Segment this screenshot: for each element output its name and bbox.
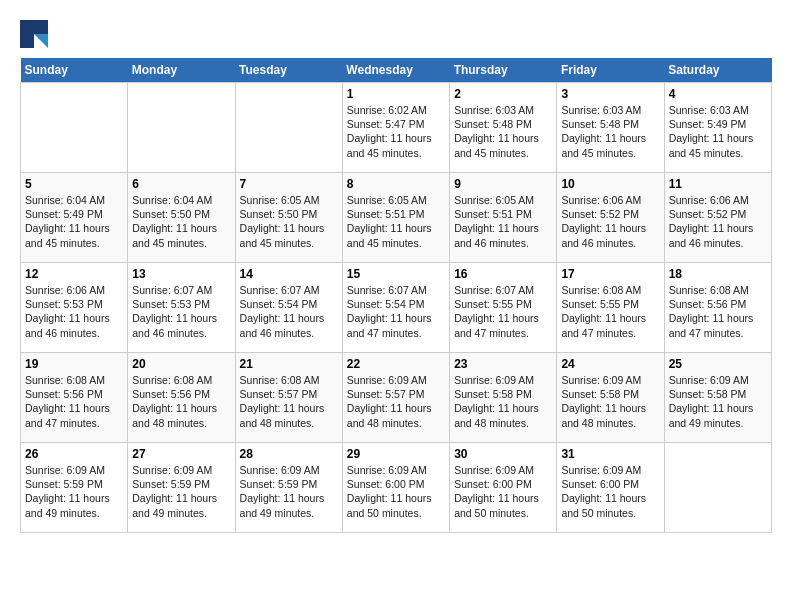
logo-icon	[20, 20, 48, 48]
svg-marker-3	[34, 34, 48, 48]
calendar-cell: 3Sunrise: 6:03 AM Sunset: 5:48 PM Daylig…	[557, 83, 664, 173]
day-number: 4	[669, 87, 767, 101]
day-info: Sunrise: 6:05 AM Sunset: 5:51 PM Dayligh…	[454, 193, 552, 250]
day-info: Sunrise: 6:09 AM Sunset: 5:58 PM Dayligh…	[454, 373, 552, 430]
day-header-sunday: Sunday	[21, 58, 128, 83]
calendar-cell: 31Sunrise: 6:09 AM Sunset: 6:00 PM Dayli…	[557, 443, 664, 533]
day-number: 5	[25, 177, 123, 191]
calendar-cell: 26Sunrise: 6:09 AM Sunset: 5:59 PM Dayli…	[21, 443, 128, 533]
day-info: Sunrise: 6:03 AM Sunset: 5:48 PM Dayligh…	[454, 103, 552, 160]
day-number: 8	[347, 177, 445, 191]
calendar-cell: 27Sunrise: 6:09 AM Sunset: 5:59 PM Dayli…	[128, 443, 235, 533]
day-info: Sunrise: 6:09 AM Sunset: 5:58 PM Dayligh…	[669, 373, 767, 430]
svg-rect-1	[34, 20, 48, 34]
calendar-week-row: 1Sunrise: 6:02 AM Sunset: 5:47 PM Daylig…	[21, 83, 772, 173]
svg-rect-0	[20, 20, 34, 34]
day-number: 29	[347, 447, 445, 461]
day-header-tuesday: Tuesday	[235, 58, 342, 83]
day-info: Sunrise: 6:04 AM Sunset: 5:49 PM Dayligh…	[25, 193, 123, 250]
calendar-header-row: SundayMondayTuesdayWednesdayThursdayFrid…	[21, 58, 772, 83]
day-header-monday: Monday	[128, 58, 235, 83]
day-number: 25	[669, 357, 767, 371]
day-number: 17	[561, 267, 659, 281]
calendar-week-row: 26Sunrise: 6:09 AM Sunset: 5:59 PM Dayli…	[21, 443, 772, 533]
day-info: Sunrise: 6:06 AM Sunset: 5:53 PM Dayligh…	[25, 283, 123, 340]
day-info: Sunrise: 6:08 AM Sunset: 5:56 PM Dayligh…	[669, 283, 767, 340]
day-info: Sunrise: 6:08 AM Sunset: 5:57 PM Dayligh…	[240, 373, 338, 430]
day-number: 23	[454, 357, 552, 371]
day-number: 10	[561, 177, 659, 191]
calendar-week-row: 5Sunrise: 6:04 AM Sunset: 5:49 PM Daylig…	[21, 173, 772, 263]
svg-rect-2	[20, 34, 34, 48]
calendar-cell: 28Sunrise: 6:09 AM Sunset: 5:59 PM Dayli…	[235, 443, 342, 533]
day-number: 1	[347, 87, 445, 101]
calendar-cell	[664, 443, 771, 533]
calendar-cell: 8Sunrise: 6:05 AM Sunset: 5:51 PM Daylig…	[342, 173, 449, 263]
day-number: 13	[132, 267, 230, 281]
day-info: Sunrise: 6:07 AM Sunset: 5:53 PM Dayligh…	[132, 283, 230, 340]
calendar-cell: 21Sunrise: 6:08 AM Sunset: 5:57 PM Dayli…	[235, 353, 342, 443]
calendar-cell: 14Sunrise: 6:07 AM Sunset: 5:54 PM Dayli…	[235, 263, 342, 353]
calendar-cell: 22Sunrise: 6:09 AM Sunset: 5:57 PM Dayli…	[342, 353, 449, 443]
day-header-thursday: Thursday	[450, 58, 557, 83]
calendar-cell: 17Sunrise: 6:08 AM Sunset: 5:55 PM Dayli…	[557, 263, 664, 353]
day-info: Sunrise: 6:07 AM Sunset: 5:55 PM Dayligh…	[454, 283, 552, 340]
day-info: Sunrise: 6:02 AM Sunset: 5:47 PM Dayligh…	[347, 103, 445, 160]
calendar-cell: 29Sunrise: 6:09 AM Sunset: 6:00 PM Dayli…	[342, 443, 449, 533]
calendar-cell: 7Sunrise: 6:05 AM Sunset: 5:50 PM Daylig…	[235, 173, 342, 263]
day-info: Sunrise: 6:03 AM Sunset: 5:48 PM Dayligh…	[561, 103, 659, 160]
calendar-table: SundayMondayTuesdayWednesdayThursdayFrid…	[20, 58, 772, 533]
day-info: Sunrise: 6:06 AM Sunset: 5:52 PM Dayligh…	[669, 193, 767, 250]
calendar-cell: 30Sunrise: 6:09 AM Sunset: 6:00 PM Dayli…	[450, 443, 557, 533]
calendar-cell: 19Sunrise: 6:08 AM Sunset: 5:56 PM Dayli…	[21, 353, 128, 443]
calendar-cell: 15Sunrise: 6:07 AM Sunset: 5:54 PM Dayli…	[342, 263, 449, 353]
day-number: 30	[454, 447, 552, 461]
day-header-wednesday: Wednesday	[342, 58, 449, 83]
day-number: 11	[669, 177, 767, 191]
day-number: 28	[240, 447, 338, 461]
day-info: Sunrise: 6:09 AM Sunset: 6:00 PM Dayligh…	[347, 463, 445, 520]
calendar-cell	[21, 83, 128, 173]
day-number: 18	[669, 267, 767, 281]
page-header	[20, 20, 772, 48]
day-number: 22	[347, 357, 445, 371]
day-info: Sunrise: 6:08 AM Sunset: 5:55 PM Dayligh…	[561, 283, 659, 340]
day-number: 9	[454, 177, 552, 191]
calendar-cell: 12Sunrise: 6:06 AM Sunset: 5:53 PM Dayli…	[21, 263, 128, 353]
calendar-cell: 18Sunrise: 6:08 AM Sunset: 5:56 PM Dayli…	[664, 263, 771, 353]
calendar-cell: 23Sunrise: 6:09 AM Sunset: 5:58 PM Dayli…	[450, 353, 557, 443]
day-info: Sunrise: 6:05 AM Sunset: 5:51 PM Dayligh…	[347, 193, 445, 250]
calendar-cell: 6Sunrise: 6:04 AM Sunset: 5:50 PM Daylig…	[128, 173, 235, 263]
day-number: 19	[25, 357, 123, 371]
day-number: 6	[132, 177, 230, 191]
calendar-cell: 20Sunrise: 6:08 AM Sunset: 5:56 PM Dayli…	[128, 353, 235, 443]
day-number: 14	[240, 267, 338, 281]
day-info: Sunrise: 6:08 AM Sunset: 5:56 PM Dayligh…	[132, 373, 230, 430]
day-number: 26	[25, 447, 123, 461]
calendar-cell: 16Sunrise: 6:07 AM Sunset: 5:55 PM Dayli…	[450, 263, 557, 353]
day-info: Sunrise: 6:09 AM Sunset: 5:57 PM Dayligh…	[347, 373, 445, 430]
day-number: 12	[25, 267, 123, 281]
day-number: 20	[132, 357, 230, 371]
day-info: Sunrise: 6:09 AM Sunset: 5:59 PM Dayligh…	[25, 463, 123, 520]
day-info: Sunrise: 6:08 AM Sunset: 5:56 PM Dayligh…	[25, 373, 123, 430]
day-info: Sunrise: 6:07 AM Sunset: 5:54 PM Dayligh…	[240, 283, 338, 340]
calendar-week-row: 19Sunrise: 6:08 AM Sunset: 5:56 PM Dayli…	[21, 353, 772, 443]
day-info: Sunrise: 6:09 AM Sunset: 5:59 PM Dayligh…	[132, 463, 230, 520]
day-header-saturday: Saturday	[664, 58, 771, 83]
day-number: 3	[561, 87, 659, 101]
calendar-cell: 9Sunrise: 6:05 AM Sunset: 5:51 PM Daylig…	[450, 173, 557, 263]
calendar-cell: 2Sunrise: 6:03 AM Sunset: 5:48 PM Daylig…	[450, 83, 557, 173]
calendar-cell: 25Sunrise: 6:09 AM Sunset: 5:58 PM Dayli…	[664, 353, 771, 443]
day-info: Sunrise: 6:09 AM Sunset: 5:58 PM Dayligh…	[561, 373, 659, 430]
calendar-cell: 13Sunrise: 6:07 AM Sunset: 5:53 PM Dayli…	[128, 263, 235, 353]
day-number: 31	[561, 447, 659, 461]
day-number: 24	[561, 357, 659, 371]
logo	[20, 20, 50, 48]
day-info: Sunrise: 6:05 AM Sunset: 5:50 PM Dayligh…	[240, 193, 338, 250]
day-info: Sunrise: 6:04 AM Sunset: 5:50 PM Dayligh…	[132, 193, 230, 250]
day-number: 7	[240, 177, 338, 191]
day-number: 16	[454, 267, 552, 281]
day-number: 2	[454, 87, 552, 101]
calendar-cell: 24Sunrise: 6:09 AM Sunset: 5:58 PM Dayli…	[557, 353, 664, 443]
